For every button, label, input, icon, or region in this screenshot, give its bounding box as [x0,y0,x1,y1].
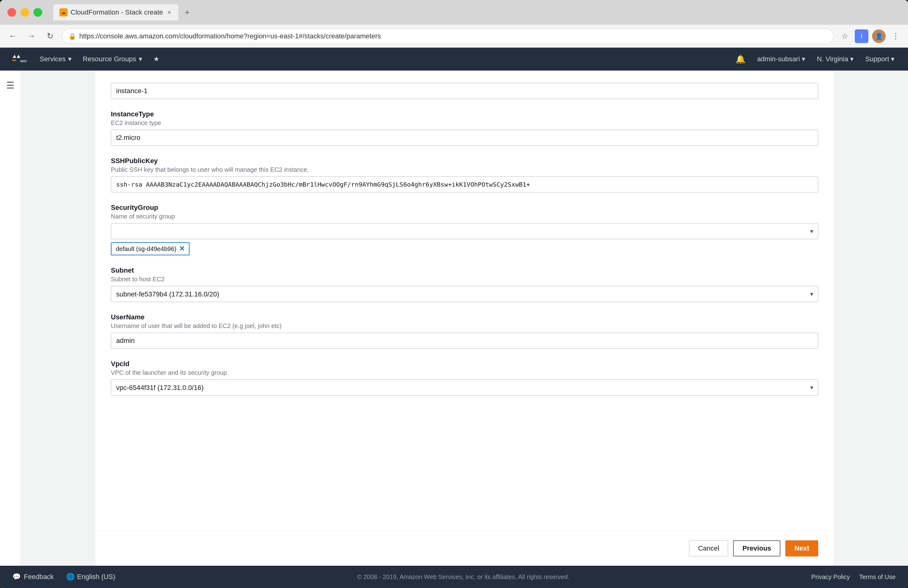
maximize-button[interactable] [34,8,42,17]
vpcid-field: VpcId VPC of the launcher and its securi… [111,360,818,395]
instance-name-field [111,83,818,99]
ssh-key-input[interactable] [111,177,818,193]
back-button[interactable]: ← [6,29,20,43]
user-menu[interactable]: admin-subsari ▾ [753,48,810,71]
instance-type-label: InstanceType [111,110,818,118]
aws-logo[interactable]: aws [9,52,31,66]
instance-type-desc: EC2 instance type [111,119,818,127]
lock-icon: 🔒 [68,32,76,40]
next-button[interactable]: Next [786,540,818,556]
pin-icon[interactable]: ★ [148,48,165,71]
username-input[interactable] [111,333,818,349]
svg-text:aws: aws [20,59,27,63]
chevron-down-icon: ▾ [139,55,142,63]
username-label: UserName [111,313,818,321]
security-group-field: SecurityGroup Name of security group ▾ d… [111,204,818,255]
ssh-key-field: SSHPublicKey Public SSH key that belongs… [111,157,818,193]
address-bar: ← → ↻ 🔒 https://console.aws.amazon.com/c… [0,25,908,48]
header-nav: Services ▾ Resource Groups ▾ ★ [34,48,165,71]
security-group-select[interactable] [111,223,818,239]
extension-icon[interactable]: i [855,29,868,43]
browser-titlebar: ☁ CloudFormation - Stack create ✕ + [0,0,908,25]
subnet-label: Subnet [111,267,818,275]
privacy-policy-link[interactable]: Privacy Policy [811,574,850,581]
ssh-key-label: SSHPublicKey [111,157,818,165]
tab-title: CloudFormation - Stack create [71,8,163,16]
security-group-tag: default (sg-d49e4b96) ✕ [111,242,190,255]
minimize-button[interactable] [21,8,29,17]
chevron-down-icon: ▾ [891,55,894,63]
aws-footer: 💬 Feedback 🌐 English (US) © 2008 - 2019,… [0,566,908,588]
instance-name-input[interactable] [111,83,818,99]
tag-chip-close-button[interactable]: ✕ [179,245,185,253]
main-layout: ☰ InstanceType EC2 instance type SSHPubl… [0,71,908,566]
active-tab[interactable]: ☁ CloudFormation - Stack create ✕ [53,4,179,21]
chevron-down-icon: ▾ [68,55,72,63]
security-group-desc: Name of security group [111,213,818,220]
url-text: https://console.aws.amazon.com/cloudform… [79,32,827,40]
security-group-tag-label: default (sg-d49e4b96) [116,246,177,252]
subnet-field: Subnet Subnet to host EC2 subnet-fe5379b… [111,267,818,302]
feedback-button[interactable]: 💬 Feedback [12,573,54,581]
resource-groups-nav[interactable]: Resource Groups ▾ [77,48,147,71]
chat-icon: 💬 [12,573,21,581]
globe-icon: 🌐 [66,573,75,581]
bookmark-icon[interactable]: ☆ [839,30,851,42]
header-right: 🔔 admin-subsari ▾ N. Virginia ▾ Support … [731,48,899,71]
vpcid-desc: VPC of the launcher and its security gro… [111,369,818,376]
vpcid-select[interactable]: vpc-6544f31f (172.31.0.0/16) [111,379,818,395]
reload-button[interactable]: ↻ [43,29,57,43]
content-area: InstanceType EC2 instance type SSHPublic… [21,71,908,566]
instance-type-field: InstanceType EC2 instance type [111,110,818,146]
region-menu[interactable]: N. Virginia ▾ [813,48,858,71]
hamburger-menu-icon[interactable]: ☰ [3,77,18,94]
forward-button[interactable]: → [25,29,39,43]
language-label: English (US) [77,573,115,581]
language-selector[interactable]: 🌐 English (US) [66,573,115,581]
vpcid-label: VpcId [111,360,818,368]
form-container: InstanceType EC2 instance type SSHPublic… [95,71,834,531]
chevron-down-icon: ▾ [850,55,853,63]
ssh-key-desc: Public SSH key that belongs to user who … [111,166,818,173]
traffic-lights [7,8,42,17]
browser-window: ☁ CloudFormation - Stack create ✕ + ← → … [0,0,908,588]
username-field: UserName Username of user that will be a… [111,313,818,349]
aws-header: aws Services ▾ Resource Groups ▾ ★ 🔔 adm… [0,48,908,71]
previous-button[interactable]: Previous [733,540,781,556]
copyright-text: © 2008 - 2019, Amazon Web Services, Inc.… [115,574,811,581]
tab-favicon: ☁ [60,8,68,16]
cancel-button[interactable]: Cancel [689,540,728,556]
tab-bar: ☁ CloudFormation - Stack create ✕ + [53,4,901,21]
bell-icon[interactable]: 🔔 [731,48,750,71]
address-actions: ☆ i 👤 ⋮ [839,29,902,43]
footer-links: Privacy Policy Terms of Use [811,574,896,581]
url-field[interactable]: 🔒 https://console.aws.amazon.com/cloudfo… [62,29,834,44]
username-desc: Username of user that will be added to E… [111,323,818,329]
security-group-select-wrapper: ▾ [111,223,818,239]
close-button[interactable] [7,8,16,17]
feedback-label: Feedback [24,573,54,581]
subnet-select[interactable]: subnet-fe5379b4 (172.31.16.0/20) [111,286,818,302]
instance-type-input[interactable] [111,130,818,146]
action-bar: Cancel Previous Next [95,531,834,566]
subnet-desc: Subnet to host EC2 [111,276,818,283]
new-tab-button[interactable]: + [181,6,193,19]
support-menu[interactable]: Support ▾ [861,48,899,71]
profile-icon[interactable]: 👤 [872,29,886,43]
vpcid-select-wrapper: vpc-6544f31f (172.31.0.0/16) ▾ [111,379,818,395]
services-nav[interactable]: Services ▾ [34,48,77,71]
chevron-down-icon: ▾ [802,55,805,63]
menu-icon[interactable]: ⋮ [889,30,902,42]
security-group-label: SecurityGroup [111,204,818,212]
terms-of-use-link[interactable]: Terms of Use [859,574,896,581]
tab-close-button[interactable]: ✕ [166,9,172,16]
subnet-select-wrapper: subnet-fe5379b4 (172.31.16.0/20) ▾ [111,286,818,302]
sidebar: ☰ [0,71,21,566]
